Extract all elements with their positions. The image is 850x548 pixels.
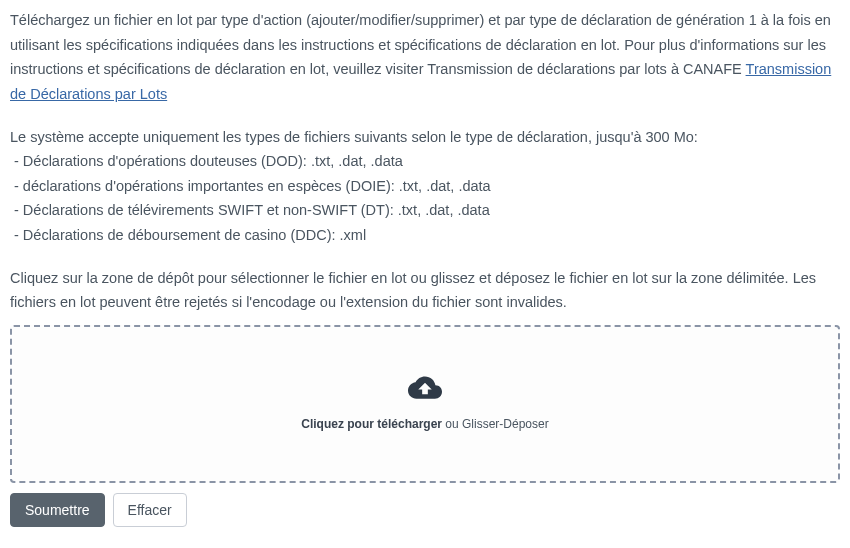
accepted-file-type: - Déclarations de déboursement de casino…: [10, 223, 840, 248]
accepted-files-lead: Le système accepte uniquement les types …: [10, 125, 840, 150]
dropzone-click-label: Cliquez pour télécharger: [301, 417, 442, 431]
accepted-file-type: - Déclarations de télévirements SWIFT et…: [10, 198, 840, 223]
intro-paragraph: Téléchargez un fichier en lot par type d…: [10, 8, 840, 107]
clear-button[interactable]: Effacer: [113, 493, 187, 527]
accepted-files-block: Le système accepte uniquement les types …: [10, 125, 840, 248]
accepted-file-type: - Déclarations d'opérations douteuses (D…: [10, 149, 840, 174]
upload-cloud-icon: [408, 374, 442, 408]
intro-text: Téléchargez un fichier en lot par type d…: [10, 12, 831, 77]
submit-button[interactable]: Soumettre: [10, 493, 105, 527]
dropzone-suffix: ou Glisser-Déposer: [442, 417, 549, 431]
dropzone-instructions: Cliquez sur la zone de dépôt pour sélect…: [10, 266, 840, 315]
dropzone-text: Cliquez pour télécharger ou Glisser-Dépo…: [301, 414, 548, 434]
file-dropzone[interactable]: Cliquez pour télécharger ou Glisser-Dépo…: [10, 325, 840, 483]
accepted-file-type: - déclarations d'opérations importantes …: [10, 174, 840, 199]
button-row: Soumettre Effacer: [10, 493, 840, 527]
